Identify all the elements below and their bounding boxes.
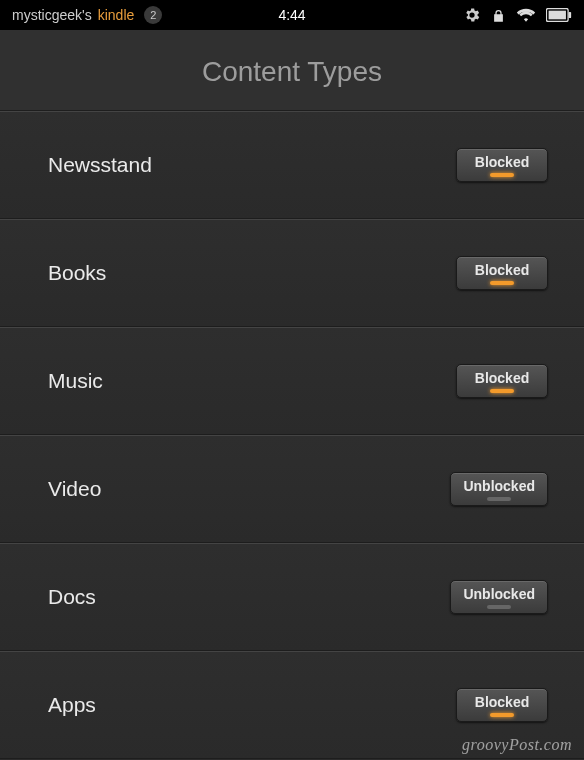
row-apps[interactable]: Apps Blocked <box>0 651 584 759</box>
device-name[interactable]: mysticgeek's kindle 2 <box>12 6 162 24</box>
page-title: Content Types <box>0 30 584 111</box>
row-label: Newsstand <box>48 153 152 177</box>
row-label: Docs <box>48 585 96 609</box>
row-label: Books <box>48 261 106 285</box>
lock-icon <box>491 7 506 24</box>
settings-icon[interactable] <box>463 6 481 24</box>
device-user: mysticgeek's <box>12 7 92 23</box>
row-newsstand[interactable]: Newsstand Blocked <box>0 111 584 219</box>
toggle-music[interactable]: Blocked <box>456 364 548 398</box>
toggle-apps[interactable]: Blocked <box>456 688 548 722</box>
row-music[interactable]: Music Blocked <box>0 327 584 435</box>
toggle-video[interactable]: Unblocked <box>450 472 548 506</box>
clock: 4:44 <box>278 7 305 23</box>
status-icons <box>463 6 572 24</box>
row-label: Music <box>48 369 103 393</box>
toggle-text: Blocked <box>475 370 529 386</box>
toggle-indicator <box>490 173 514 177</box>
row-label: Apps <box>48 693 96 717</box>
toggle-text: Blocked <box>475 154 529 170</box>
toggle-docs[interactable]: Unblocked <box>450 580 548 614</box>
toggle-indicator <box>490 281 514 285</box>
svg-rect-1 <box>549 11 566 20</box>
battery-icon <box>546 8 572 22</box>
toggle-indicator <box>487 605 511 609</box>
row-docs[interactable]: Docs Unblocked <box>0 543 584 651</box>
toggle-text: Unblocked <box>463 586 535 602</box>
toggle-text: Blocked <box>475 262 529 278</box>
toggle-text: Unblocked <box>463 478 535 494</box>
row-books[interactable]: Books Blocked <box>0 219 584 327</box>
notification-badge: 2 <box>144 6 162 24</box>
toggle-books[interactable]: Blocked <box>456 256 548 290</box>
svg-rect-2 <box>569 12 572 18</box>
toggle-newsstand[interactable]: Blocked <box>456 148 548 182</box>
wifi-icon <box>516 7 536 23</box>
toggle-indicator <box>487 497 511 501</box>
row-video[interactable]: Video Unblocked <box>0 435 584 543</box>
toggle-indicator <box>490 389 514 393</box>
toggle-indicator <box>490 713 514 717</box>
device-brand: kindle <box>98 7 135 23</box>
row-label: Video <box>48 477 101 501</box>
content-types-list: Newsstand Blocked Books Blocked Music Bl… <box>0 111 584 759</box>
status-bar: mysticgeek's kindle 2 4:44 <box>0 0 584 30</box>
toggle-text: Blocked <box>475 694 529 710</box>
